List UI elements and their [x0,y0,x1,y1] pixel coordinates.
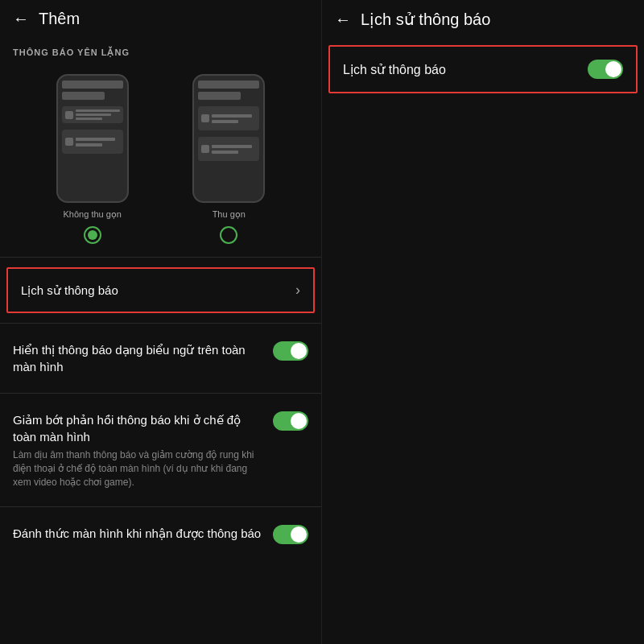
mock-notif-icon [65,111,73,119]
radio-collapsed[interactable] [220,226,237,244]
left-title: Thêm [39,10,80,28]
back-arrow-left[interactable]: ← [13,10,29,28]
toggle-2-switch[interactable] [273,411,308,431]
toggle-1-title: Hiển thị thông báo dạng biểu ngữ trên to… [13,341,263,375]
mock-line-c2 [212,120,238,123]
mockup-collapsed: Thu gọn [192,74,265,244]
toggle-1-content: Hiển thị thông báo dạng biểu ngữ trên to… [13,341,263,375]
right-panel: ← Lịch sử thông báo Lịch sử thông báo [322,0,644,644]
toggle-2-title: Giảm bớt phản hồi thông báo khi ở chế độ… [13,411,263,445]
mock-bar-2 [62,92,105,100]
right-header: ← Lịch sử thông báo [322,0,644,39]
mock-bar-1 [62,80,123,89]
toggle-item-2: Giảm bớt phản hồi thông báo khi ở chế độ… [0,400,321,500]
right-lich-su-toggle[interactable] [588,60,623,79]
right-lich-su-text: Lịch sử thông báo [343,62,446,77]
lich-su-item[interactable]: Lịch sử thông báo › [6,267,315,313]
mock-notif-large [62,106,123,123]
toggle-2-desc: Làm dịu âm thanh thông báo và giảm cường… [13,448,263,489]
mock-notif-row-1 [65,109,120,120]
section-label-silent: THÔNG BÁO YÊN LẶNG [0,38,321,64]
mock-icon-c2 [201,145,209,153]
phone-mockup-expanded [56,74,129,203]
toggle-item-1: Hiển thị thông báo dạng biểu ngữ trên to… [0,330,321,386]
right-title: Lịch sử thông báo [361,10,490,29]
toggle-2-content: Giảm bớt phản hồi thông báo khi ở chế độ… [13,411,263,489]
lich-su-text: Lịch sử thông báo [21,283,295,298]
radio-expanded[interactable] [84,226,101,244]
mock-small-line-1 [76,138,116,141]
left-panel: ← Thêm THÔNG BÁO YÊN LẶNG [0,0,322,644]
divider-3 [0,393,321,394]
divider-2 [0,323,321,324]
toggle-3-switch[interactable] [273,525,308,544]
toggle-3-title: Đánh thức màn hình khi nhận được thông b… [13,525,263,542]
toggle-3-content: Đánh thức màn hình khi nhận được thông b… [13,525,263,542]
phone-mockups-container: Không thu gọn [0,64,321,250]
mock-line-c3 [212,145,252,148]
toggle-item-3: Đánh thức màn hình khi nhận được thông b… [0,514,321,555]
mock-large-lines [76,109,120,120]
mock-small-icon [65,138,73,146]
radio-collapsed-container[interactable] [220,226,237,244]
mock-line-2 [76,114,111,116]
mock-small-line-2 [76,143,102,147]
toggle-1-switch[interactable] [273,341,308,361]
mock-lines-c1 [212,114,256,123]
chevron-right-icon: › [295,282,300,299]
mock-line-1 [76,109,120,112]
mock-bar-c2 [198,92,241,100]
mock-notif-c2 [198,137,259,161]
mock-line-c1 [212,114,252,118]
right-lich-su-item[interactable]: Lịch sử thông báo [328,45,638,93]
mock-line-c4 [212,151,238,154]
mock-notif-small [62,130,123,154]
mock-small-lines [76,138,120,147]
mock-notif-c1 [198,106,259,130]
left-header: ← Thêm [0,0,321,38]
back-arrow-right[interactable]: ← [335,10,351,29]
mock-bar-c1 [198,80,259,89]
divider-1 [0,257,321,258]
mock-line-3 [76,118,102,120]
radio-expanded-container[interactable] [84,226,101,244]
mockup-expanded-label: Không thu gọn [64,209,122,220]
mockup-expanded: Không thu gọn [56,74,129,244]
phone-mockup-collapsed [192,74,265,203]
divider-4 [0,506,321,507]
mockup-collapsed-label: Thu gọn [213,209,246,220]
mock-icon-c1 [201,114,209,122]
mock-lines-c2 [212,145,256,154]
